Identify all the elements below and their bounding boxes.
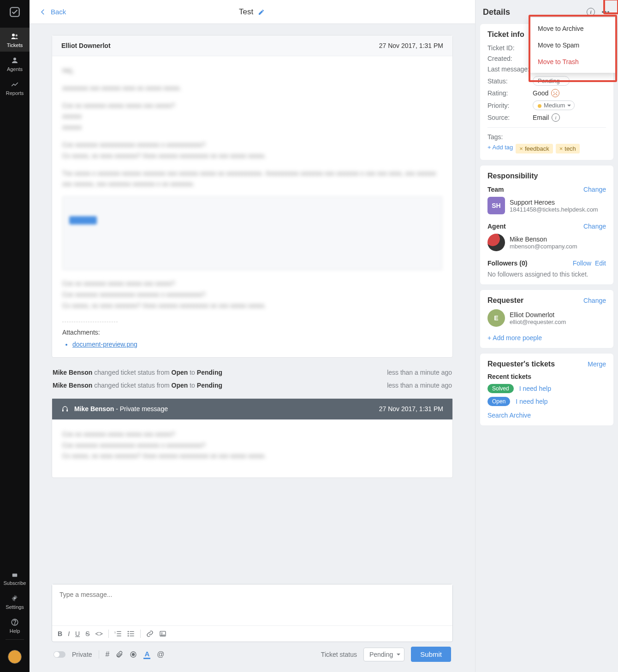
svg-point-23: [132, 653, 135, 655]
nav-reports[interactable]: Reports: [0, 76, 30, 100]
recent-tickets-label: Recent tickets: [487, 373, 606, 380]
app-logo[interactable]: [7, 5, 22, 19]
attachment-icon[interactable]: [116, 650, 123, 659]
nav-label: Reports: [6, 90, 24, 96]
ticket-title: Test: [239, 7, 253, 17]
hashtag-icon[interactable]: #: [106, 650, 110, 659]
menu-move-trash[interactable]: Move to Trash: [529, 53, 616, 70]
agent-email: mbenson@company.com: [510, 243, 577, 250]
svg-point-21: [161, 632, 163, 634]
priority-dropdown[interactable]: Medium: [533, 100, 575, 110]
code-icon[interactable]: <>: [95, 630, 102, 637]
svg-point-7: [14, 624, 15, 624]
svg-point-15: [128, 633, 129, 635]
svg-rect-13: [117, 636, 121, 636]
current-user-avatar[interactable]: [8, 650, 22, 664]
status-badge: Solved: [487, 384, 514, 393]
svg-point-16: [128, 635, 129, 637]
message-customer: Elliot Downerlot 27 Nov 2017, 1:31 PM He…: [52, 35, 453, 358]
system-log-time: less than a minute ago: [387, 369, 452, 376]
nav-label: Help: [10, 628, 20, 634]
svg-point-2: [16, 35, 18, 37]
status-dropdown[interactable]: Pending: [533, 76, 570, 86]
svg-point-1: [12, 34, 15, 36]
tag-chip[interactable]: ×tech: [556, 144, 580, 153]
nav-label: Subscribe: [4, 580, 26, 586]
back-button[interactable]: Back: [39, 8, 66, 16]
ordered-list-icon[interactable]: 1: [114, 630, 122, 637]
underline-icon[interactable]: U: [75, 630, 80, 637]
team-avatar: SH: [487, 197, 505, 214]
nav-agents[interactable]: Agents: [0, 52, 30, 76]
nav-tickets[interactable]: Tickets: [0, 28, 30, 52]
attachment-link[interactable]: document-preview.png: [72, 341, 442, 348]
nav-settings[interactable]: Settings: [0, 589, 30, 613]
agent-name: Mike Benson: [510, 236, 577, 243]
svg-rect-12: [117, 633, 121, 634]
ticket-status-dropdown[interactable]: Pending: [363, 648, 404, 661]
requester-card: RequesterChange E Elliot Downerlot ellio…: [480, 290, 613, 348]
merge-link[interactable]: Merge: [588, 360, 606, 368]
edit-followers-link[interactable]: Edit: [595, 259, 606, 267]
remove-tag-icon[interactable]: ×: [519, 145, 523, 152]
recent-ticket-link[interactable]: I need help: [516, 398, 547, 405]
edit-title-icon[interactable]: [258, 8, 265, 16]
svg-rect-17: [130, 631, 134, 632]
bold-icon[interactable]: B: [58, 630, 62, 637]
follow-link[interactable]: Follow: [573, 259, 591, 267]
nav-sidebar: Tickets Agents Reports Subscribe Setting…: [0, 0, 30, 672]
private-suffix: - Private message: [114, 405, 168, 413]
record-icon[interactable]: [130, 651, 137, 658]
info-icon[interactable]: i: [586, 7, 596, 17]
tag-chip[interactable]: ×feedback: [516, 144, 553, 153]
card-heading: Responsibility: [487, 172, 606, 180]
add-tag-button[interactable]: + Add tag: [487, 144, 513, 153]
change-team-link[interactable]: Change: [583, 186, 606, 193]
nav-label: Settings: [6, 604, 24, 610]
system-log-row: Mike Benson changed ticket status from O…: [52, 366, 453, 379]
svg-text:1: 1: [114, 631, 116, 634]
remove-tag-icon[interactable]: ×: [559, 145, 563, 152]
change-agent-link[interactable]: Change: [583, 223, 606, 230]
image-icon[interactable]: [159, 630, 166, 637]
italic-icon[interactable]: I: [68, 630, 70, 637]
ticket-status-label: Ticket status: [321, 651, 357, 658]
recent-ticket-link[interactable]: I need help: [519, 385, 551, 392]
topbar: Back Test: [30, 0, 475, 24]
text-color-icon[interactable]: A: [143, 650, 150, 659]
message-input[interactable]: [52, 584, 452, 624]
svg-rect-9: [66, 410, 68, 412]
change-requester-link[interactable]: Change: [583, 297, 606, 304]
menu-move-archive[interactable]: Move to Archive: [529, 20, 616, 37]
requester-tickets-card: Requester's ticketsMerge Recent tickets …: [480, 354, 613, 425]
requester-avatar: E: [487, 309, 505, 327]
back-label: Back: [51, 8, 66, 16]
responsibility-card: Responsibility TeamChange SH Support Her…: [480, 165, 613, 284]
svg-rect-8: [62, 410, 64, 412]
svg-point-24: [602, 11, 604, 13]
menu-move-spam[interactable]: Move to Spam: [529, 37, 616, 53]
submit-button[interactable]: Submit: [411, 647, 451, 662]
add-people-link[interactable]: + Add more poeple: [487, 334, 542, 342]
source-info-icon[interactable]: i: [552, 113, 560, 122]
nav-help[interactable]: Help: [0, 613, 30, 637]
nav-subscribe[interactable]: Subscribe: [0, 567, 30, 589]
svg-rect-18: [130, 633, 134, 634]
recent-ticket-row: Open I need help: [487, 397, 606, 406]
strike-icon[interactable]: S: [85, 630, 89, 637]
message-body-redacted: Cxx xx xxxxxxx xxxxx xxxxx xxx xxxxx?Cxx…: [62, 278, 442, 311]
unordered-list-icon[interactable]: [127, 630, 135, 637]
search-archive-link[interactable]: Search Archive: [487, 412, 531, 419]
thread: Elliot Downerlot 27 Nov 2017, 1:31 PM He…: [30, 24, 475, 579]
message-time: 27 Nov 2017, 1:31 PM: [379, 405, 443, 413]
mention-icon[interactable]: @: [157, 650, 164, 659]
card-heading: Requester's tickets: [487, 360, 555, 368]
agent-icon: [61, 406, 69, 413]
message-private: Mike Benson - Private message 27 Nov 201…: [52, 398, 453, 478]
svg-rect-4: [12, 574, 18, 577]
system-log-row: Mike Benson changed ticket status from O…: [52, 379, 453, 392]
more-menu: Move to Archive Move to Spam Move to Tra…: [529, 18, 616, 73]
private-toggle[interactable]: [53, 651, 65, 658]
more-menu-button[interactable]: [600, 7, 611, 17]
link-icon[interactable]: [146, 630, 154, 637]
